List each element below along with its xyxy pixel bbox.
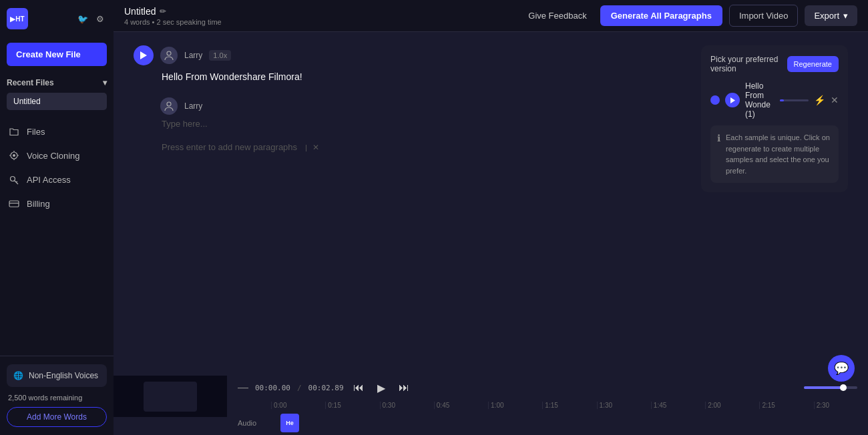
close-hint-button[interactable]: ✕ [312,143,319,152]
paragraph-header-1: Larry 1.0x [134,45,688,65]
card-icon [8,197,20,209]
voice-avatar-2 [160,97,178,115]
type-placeholder[interactable]: Type here... [162,119,688,129]
recent-files-label: Recent Files [7,78,54,87]
top-bar: Untitled ✏ 4 words • 2 sec speaking time… [114,0,868,32]
recent-files-header[interactable]: Recent Files ▾ [7,75,107,90]
time-current: 00:00.00 [255,384,290,392]
volume-bar [804,386,857,389]
export-label: Export [814,11,839,21]
bottom-thumbnail [114,376,227,417]
non-english-label: Non-English Voices [29,371,98,380]
svg-line-8 [16,181,17,182]
generate-button[interactable]: Generate All Paragraphs [600,5,722,26]
paragraph-header-2: Larry [134,97,688,115]
sidebar-item-billing[interactable]: Billing [0,191,114,215]
radio-selected[interactable] [710,95,720,105]
chevron-down-icon: ▾ [843,11,848,21]
voice-name-2[interactable]: Larry [184,101,202,111]
key-icon [8,173,20,185]
time-slash: / [297,384,302,392]
ruler-mark-10: 2:30 [814,402,868,409]
sample-label: Hello From Wonde (1) [745,81,775,119]
minus-button[interactable]: — [238,382,248,394]
file-title: Untitled ✏ [124,6,222,17]
pipe-separator: | [305,143,307,151]
svg-point-12 [167,51,171,55]
sidebar-item-files[interactable]: Files [0,119,114,143]
add-paragraph-hint: Press enter to add new paragraphs | ✕ [162,142,688,152]
ruler-mark-3: 0:45 [434,402,488,409]
play-pause-button[interactable]: ▶ [373,380,389,396]
regenerate-button[interactable]: Regenerate [787,56,839,72]
audio-clip[interactable]: He [280,414,299,432]
audio-label: Audio [238,419,271,427]
sidebar-item-api-access[interactable]: API Access [0,167,114,191]
editor-area: Larry 1.0x Hello From Wondershare Filmor… [114,32,868,376]
sidebar-header: ▶HT 🐦 ⚙ [0,0,114,37]
sample-play-button[interactable] [725,93,740,107]
svg-point-6 [11,177,15,181]
time-total: 00:02.89 [308,384,344,392]
speed-badge-1[interactable]: 1.0x [209,50,231,61]
sidebar-bottom: 🌐 Non-English Voices 2,500 words remaini… [0,356,114,435]
svg-rect-9 [9,201,19,207]
info-icon: ℹ [717,133,720,176]
export-button[interactable]: Export ▾ [805,5,857,26]
recent-file-item[interactable]: Untitled [7,93,107,110]
sidebar-item-voice-cloning[interactable]: Voice Cloning [0,143,114,167]
recent-files-section: Recent Files ▾ Untitled [0,71,114,114]
files-label: Files [27,127,45,137]
svg-point-13 [167,102,171,106]
sidebar: ▶HT 🐦 ⚙ Create New File Recent Files ▾ U… [0,0,114,435]
voice-avatar-1 [160,47,178,64]
volume-track[interactable] [804,386,857,389]
paragraph-play-button-1[interactable] [134,45,154,65]
audio-track-content[interactable]: He [271,414,868,432]
paragraphs-section: Larry 1.0x Hello From Wondershare Filmor… [134,45,688,362]
panel-title: Pick your preferred version [710,55,787,73]
feedback-button[interactable]: Give Feedback [521,7,593,25]
voice-name-1[interactable]: Larry [184,51,202,60]
volume-fill [804,386,841,389]
twitter-icon[interactable]: 🐦 [76,12,89,25]
non-english-voices[interactable]: 🌐 Non-English Voices [7,364,107,387]
import-button[interactable]: Import Video [729,5,798,27]
sample-row: Hello From Wonde (1) ⚡ ✕ [710,81,839,119]
ruler-mark-0: 0:00 [271,402,325,409]
discord-icon[interactable]: ⚙ [93,12,107,25]
star-icon [8,149,20,161]
info-box: ℹ Each sample is unique. Click on regene… [710,125,839,183]
ruler-mark-5: 1:15 [542,402,596,409]
add-words-button[interactable]: Add More Words [7,407,107,427]
skip-forward-button[interactable]: ⏭ [396,380,412,396]
ruler-mark-2: 0:30 [380,402,434,409]
sample-progress-fill [780,99,785,101]
app-logo: ▶HT [7,8,28,29]
bottom-main: — 00:00.00 / 00:02.89 ⏮ ▶ ⏭ [227,376,868,435]
sidebar-nav: Files Voice Cloning [0,119,114,215]
globe-icon: 🌐 [13,371,23,380]
edit-icon[interactable]: ✏ [160,7,166,16]
ruler-mark-7: 1:45 [651,402,705,409]
social-icons: 🐦 ⚙ [76,12,107,25]
file-meta: 4 words • 2 sec speaking time [124,18,222,26]
speed-icon[interactable]: ⚡ [814,95,825,105]
svg-marker-11 [140,51,147,59]
title-group: Untitled ✏ 4 words • 2 sec speaking time [124,6,222,26]
ruler-mark-6: 1:30 [597,402,651,409]
voice-cloning-label: Voice Cloning [27,151,80,161]
create-new-button[interactable]: Create New File [7,43,107,66]
paragraph-text-1[interactable]: Hello From Wondershare Filmora! [162,69,688,84]
skip-back-button[interactable]: ⏮ [351,380,367,396]
timeline-container: 0:00 0:15 0:30 0:45 1:00 1:15 1:30 1:45 … [227,400,868,435]
words-remaining: 2,500 words remaining [7,394,107,402]
timeline-ruler: 0:00 0:15 0:30 0:45 1:00 1:15 1:30 1:45 … [227,400,868,411]
chat-bubble-button[interactable]: 💬 [828,355,855,382]
ruler-mark-1: 0:15 [325,402,379,409]
file-title-text[interactable]: Untitled [124,6,156,17]
close-sample-button[interactable]: ✕ [831,95,839,105]
panel-header: Pick your preferred version Regenerate [710,55,839,73]
thumb-placeholder [144,382,197,412]
folder-icon [8,125,20,137]
